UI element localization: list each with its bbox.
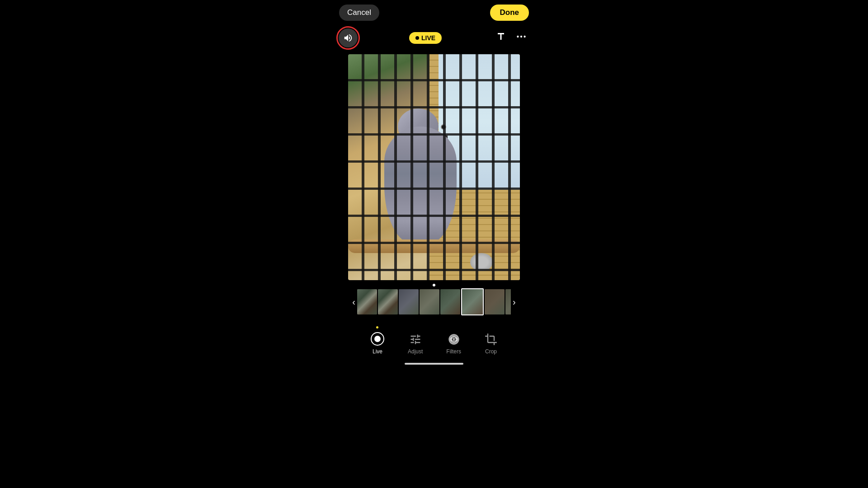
parrot-scene (348, 54, 520, 280)
bottom-toolbar: Live Adjust Filters (330, 320, 538, 374)
live-active-dot (376, 326, 378, 328)
tab-adjust[interactable]: Adjust (404, 331, 426, 357)
film-frame[interactable] (420, 289, 439, 314)
live-icon (371, 332, 384, 346)
svg-point-2 (524, 36, 525, 38)
adjust-icon (409, 333, 422, 346)
second-bar: LIVE (330, 25, 538, 51)
tab-live[interactable]: Live (367, 324, 388, 357)
top-bar: Cancel Done (330, 0, 538, 25)
main-photo (348, 54, 520, 280)
volume-wrapper (337, 27, 359, 49)
filters-icon (448, 333, 460, 346)
filmstrip-prev-button[interactable]: ‹ (350, 295, 357, 309)
tab-live-label: Live (373, 348, 382, 355)
phone-screen: Cancel Done LIVE (330, 0, 538, 488)
volume-red-circle (336, 26, 360, 50)
tab-adjust-label: Adjust (408, 348, 423, 355)
film-frame-active[interactable] (461, 288, 484, 315)
cancel-button[interactable]: Cancel (339, 5, 379, 21)
filmstrip-next-button[interactable]: › (511, 295, 518, 309)
more-icon (515, 31, 527, 42)
cage-bars-horizontal (348, 54, 520, 280)
film-frame[interactable] (505, 289, 511, 314)
crop-icon (485, 333, 497, 346)
home-indicator (405, 363, 463, 365)
live-label: LIVE (421, 34, 435, 42)
text-button[interactable] (492, 29, 510, 47)
tab-filters-label: Filters (446, 348, 461, 355)
live-dot (415, 36, 419, 40)
filmstrip-container: ‹ › (330, 284, 538, 320)
film-frame[interactable] (440, 289, 460, 314)
done-button[interactable]: Done (490, 5, 529, 21)
tab-filters[interactable]: Filters (443, 331, 465, 357)
more-button[interactable] (512, 29, 531, 47)
filmstrip (357, 288, 511, 315)
film-frame[interactable] (485, 289, 505, 314)
svg-point-1 (520, 36, 522, 38)
tab-crop[interactable]: Crop (481, 331, 501, 357)
tab-crop-label: Crop (485, 348, 497, 355)
text-icon (495, 31, 506, 42)
live-icon-inner (374, 336, 381, 342)
film-frame[interactable] (357, 289, 377, 314)
filmstrip-position-dot (433, 284, 435, 286)
right-icons (492, 29, 531, 47)
svg-point-0 (517, 36, 519, 38)
tool-tabs: Live Adjust Filters (330, 324, 538, 357)
film-frame[interactable] (399, 289, 419, 314)
live-badge[interactable]: LIVE (409, 32, 442, 44)
film-frame[interactable] (378, 289, 398, 314)
